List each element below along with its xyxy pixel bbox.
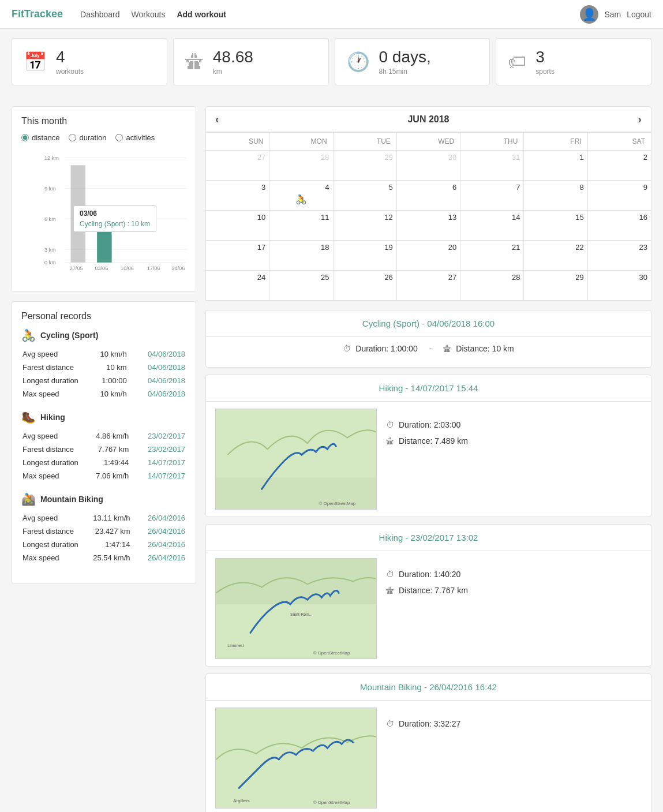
stat-card-workouts: 📅 4 workouts <box>12 38 167 85</box>
brand-logo[interactable]: FitTrackee <box>12 8 63 20</box>
calendar-day-cell[interactable]: 29 <box>333 151 396 181</box>
calendar-day-cell[interactable]: 7 <box>460 181 524 211</box>
calendar-day-cell[interactable]: 12 <box>333 211 396 241</box>
record-date[interactable]: 14/07/2017 <box>141 470 185 482</box>
mtb-name: Mountain Biking <box>40 495 103 504</box>
table-row: Farest distance 23.427 km 26/04/2016 <box>23 525 185 537</box>
calendar-week-row: 24252627282930 <box>206 271 651 301</box>
record-date[interactable]: 04/06/2018 <box>140 348 185 360</box>
calendar-day-cell[interactable]: 30 <box>396 151 460 181</box>
record-date[interactable]: 26/04/2016 <box>143 538 185 551</box>
record-date[interactable]: 04/06/2018 <box>140 375 185 387</box>
calendar-next-button[interactable]: › <box>638 113 642 126</box>
svg-text:© OpenStreetMap: © OpenStreetMap <box>319 501 356 506</box>
personal-records-title: Personal records <box>21 311 186 321</box>
hiking2-distance: 🛣 Distance: 7.767 km <box>386 586 642 595</box>
record-date[interactable]: 23/02/2017 <box>141 430 185 442</box>
mtb-header: 🚵 Mountain Biking <box>21 492 186 506</box>
record-value: 23.427 km <box>87 525 141 537</box>
distance-icon-sm: 🛣 <box>386 586 394 595</box>
calendar-day-cell[interactable]: 21 <box>460 241 524 271</box>
calendar-day-cell[interactable]: 27 <box>396 271 460 301</box>
record-date[interactable]: 04/06/2018 <box>140 388 185 400</box>
calendar-title: JUN 2018 <box>229 114 629 125</box>
this-month-panel: This month distance duration activities <box>12 106 196 292</box>
calendar-day-cell[interactable]: 17 <box>206 241 269 271</box>
stat-sep: - <box>429 344 432 360</box>
svg-rect-11 <box>97 219 112 263</box>
table-row: Max speed 7.06 km/h 14/07/2017 <box>23 470 185 482</box>
calendar-day-cell[interactable]: 6 <box>396 181 460 211</box>
svg-text:© OpenStreetMap: © OpenStreetMap <box>313 650 350 656</box>
svg-rect-12 <box>97 210 112 219</box>
hiking2-duration: ⏱ Duration: 1:40:20 <box>386 570 642 579</box>
workout-link-mtb[interactable]: Mountain Biking - 26/04/2016 16:42 <box>360 682 497 692</box>
calendar-day-cell[interactable]: 25 <box>269 271 333 301</box>
nav-dashboard[interactable]: Dashboard <box>80 10 120 19</box>
record-date[interactable]: 23/02/2017 <box>141 443 185 455</box>
calendar-day-cell[interactable]: 18 <box>269 241 333 271</box>
cycling-records-table: Avg speed 10 km/h 04/06/2018 Farest dist… <box>21 347 186 401</box>
record-value: 10 km/h <box>92 348 138 360</box>
chart-radio-activities[interactable]: activities <box>115 133 155 142</box>
calendar-day-cell[interactable]: 1 <box>524 151 587 181</box>
record-label: Longest duration <box>23 375 91 387</box>
nav-add-workout[interactable]: Add workout <box>177 10 226 19</box>
calendar-day-cell[interactable]: 15 <box>524 211 587 241</box>
svg-rect-26 <box>216 708 376 808</box>
workout-link-cycling[interactable]: Cycling (Sport) - 04/06/2018 16:00 <box>362 319 495 328</box>
calendar-day-cell[interactable]: 5 <box>333 181 396 211</box>
calendar-day-cell[interactable]: 22 <box>524 241 587 271</box>
record-date[interactable]: 04/06/2018 <box>140 361 185 373</box>
workout-title-hiking-1: Hiking - 14/07/2017 15:44 <box>206 375 651 402</box>
workout-distance-cycling: 🛣 Distance: 10 km <box>443 344 514 353</box>
calendar-day-cell[interactable]: 30 <box>587 271 651 301</box>
calendar-day-cell[interactable]: 16 <box>587 211 651 241</box>
calendar-day-cell[interactable]: 13 <box>396 211 460 241</box>
workout-body-hiking-2: Saint-Rom... Limonest © OpenStreetMap ⏱ … <box>206 551 651 666</box>
calendar-day-cell[interactable]: 19 <box>333 241 396 271</box>
record-value: 25.54 km/h <box>87 552 141 564</box>
calendar-day-cell[interactable]: 31 <box>460 151 524 181</box>
calendar-day-cell[interactable]: 26 <box>333 271 396 301</box>
calendar-day-cell[interactable]: 28 <box>269 151 333 181</box>
table-row: Avg speed 13.11 km/h 26/04/2016 <box>23 512 185 524</box>
workout-link-hiking-1[interactable]: Hiking - 14/07/2017 15:44 <box>379 383 478 393</box>
record-value: 7.06 km/h <box>89 470 141 482</box>
calendar-day-cell[interactable]: 24 <box>206 271 269 301</box>
calendar-prev-button[interactable]: ‹ <box>215 113 219 126</box>
record-date[interactable]: 26/04/2016 <box>143 525 185 537</box>
sports-label: sports <box>535 68 555 76</box>
chart-radio-distance[interactable]: distance <box>21 133 59 142</box>
svg-text:© OpenStreetMap: © OpenStreetMap <box>313 800 350 805</box>
calendar-day-cell[interactable]: 3 <box>206 181 269 211</box>
table-row: Longest duration 1:00:00 04/06/2018 <box>23 375 185 387</box>
calendar-day-cell[interactable]: 28 <box>460 271 524 301</box>
calendar-day-cell[interactable]: 29 <box>524 271 587 301</box>
calendar-day-cell[interactable]: 9 <box>587 181 651 211</box>
calendar-day-cell[interactable]: 2 <box>587 151 651 181</box>
record-date[interactable]: 14/07/2017 <box>141 456 185 469</box>
calendar-day-cell[interactable]: 23 <box>587 241 651 271</box>
record-date[interactable]: 26/04/2016 <box>143 512 185 524</box>
calendar-day-cell[interactable]: 4🚴 <box>269 181 333 211</box>
record-value: 1:00:00 <box>92 375 138 387</box>
calendar-day-cell[interactable]: 14 <box>460 211 524 241</box>
calendar-day-cell[interactable]: 11 <box>269 211 333 241</box>
record-date[interactable]: 26/04/2016 <box>143 552 185 564</box>
svg-text:Saint-Rom...: Saint-Rom... <box>290 612 312 616</box>
nav-user[interactable]: Sam <box>604 10 621 19</box>
calendar-day-cell[interactable]: 8 <box>524 181 587 211</box>
nav-logout[interactable]: Logout <box>627 10 651 19</box>
nav-workouts[interactable]: Workouts <box>132 10 166 19</box>
hiking-records-table: Avg speed 4.86 km/h 23/02/2017 Farest di… <box>21 429 186 483</box>
duration-text: Duration: 3:32:27 <box>399 719 460 728</box>
calendar-day-cell[interactable]: 20 <box>396 241 460 271</box>
chart-radio-duration[interactable]: duration <box>69 133 106 142</box>
duration-value: 0 days, <box>379 48 431 66</box>
workout-link-hiking-2[interactable]: Hiking - 23/02/2017 13:02 <box>379 533 478 542</box>
hiking1-duration: ⏱ Duration: 2:03:00 <box>386 420 642 429</box>
record-value: 7.767 km <box>89 443 141 455</box>
calendar-day-cell[interactable]: 27 <box>206 151 269 181</box>
calendar-day-cell[interactable]: 10 <box>206 211 269 241</box>
